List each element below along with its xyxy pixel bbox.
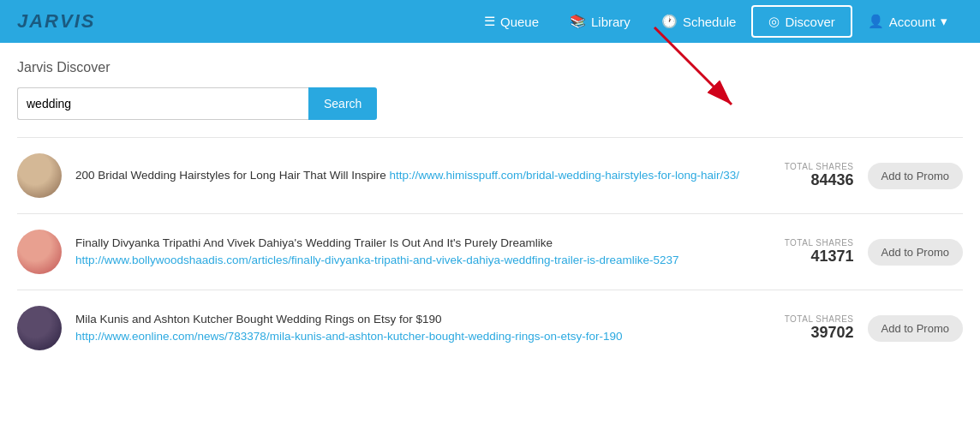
- library-icon: 📚: [570, 14, 586, 29]
- shares-block: TOTAL SHARES 84436: [785, 162, 854, 189]
- shares-block: TOTAL SHARES 41371: [785, 238, 854, 266]
- search-input[interactable]: [17, 87, 308, 120]
- nav-schedule[interactable]: 🕐 Schedule: [646, 0, 752, 43]
- result-title: Mila Kunis and Ashton Kutcher Bought Wed…: [75, 313, 442, 326]
- result-title: Finally Divyanka Tripathi And Vivek Dahi…: [75, 236, 553, 249]
- shares-count: 41371: [785, 248, 854, 266]
- add-to-promo-button[interactable]: Add to Promo: [868, 239, 964, 266]
- result-right: TOTAL SHARES 39702 Add to Promo: [785, 314, 963, 342]
- add-to-promo-button[interactable]: Add to Promo: [868, 315, 964, 342]
- result-content: 200 Bridal Wedding Hairstyles for Long H…: [75, 167, 771, 184]
- result-content: Finally Divyanka Tripathi And Vivek Dahi…: [75, 235, 771, 270]
- result-text: 200 Bridal Wedding Hairstyles for Long H…: [75, 169, 739, 182]
- queue-icon: ☰: [484, 14, 495, 29]
- shares-block: TOTAL SHARES 39702: [785, 314, 854, 342]
- result-right: TOTAL SHARES 84436 Add to Promo: [785, 162, 963, 189]
- header: JARVIS ☰ Queue 📚 Library 🕐 Schedule ◎ Di…: [0, 0, 980, 43]
- nav-discover[interactable]: ◎ Discover: [751, 5, 852, 38]
- result-text: Mila Kunis and Ashton Kutcher Bought Wed…: [75, 313, 623, 343]
- add-to-promo-button[interactable]: Add to Promo: [868, 163, 964, 189]
- schedule-icon: 🕐: [661, 14, 678, 29]
- nav-account-label: Account: [889, 15, 935, 29]
- nav-library-label: Library: [591, 15, 630, 29]
- result-right: TOTAL SHARES 41371 Add to Promo: [785, 238, 963, 266]
- nav-queue-label: Queue: [500, 15, 539, 29]
- discover-icon: ◎: [768, 14, 780, 29]
- logo: JARVIS: [17, 10, 95, 33]
- chevron-down-icon: ▾: [941, 14, 947, 29]
- result-url[interactable]: http://www.eonline.com/news/783378/mila-…: [75, 330, 623, 343]
- shares-label: TOTAL SHARES: [785, 314, 854, 324]
- result-title: 200 Bridal Wedding Hairstyles for Long H…: [75, 169, 386, 182]
- result-content: Mila Kunis and Ashton Kutcher Bought Wed…: [75, 311, 771, 346]
- result-text: Finally Divyanka Tripathi And Vivek Dahi…: [75, 236, 679, 266]
- search-button[interactable]: Search: [308, 87, 377, 120]
- search-row: Search: [17, 87, 963, 120]
- nav-account[interactable]: 👤 Account ▾: [852, 0, 963, 43]
- account-icon: 👤: [868, 14, 884, 29]
- avatar: [17, 153, 62, 198]
- nav-schedule-label: Schedule: [683, 15, 737, 29]
- shares-label: TOTAL SHARES: [785, 162, 854, 171]
- shares-count: 84436: [785, 171, 854, 189]
- result-item: Finally Divyanka Tripathi And Vivek Dahi…: [17, 213, 963, 290]
- result-item: Mila Kunis and Ashton Kutcher Bought Wed…: [17, 290, 963, 366]
- result-url[interactable]: http://www.himisspuff.com/bridal-wedding…: [389, 169, 739, 182]
- nav-library[interactable]: 📚 Library: [554, 0, 646, 43]
- main-content: Jarvis Discover Search 200 Bridal Weddin…: [0, 43, 980, 442]
- page-title: Jarvis Discover: [17, 60, 963, 75]
- annotation-container: Search: [17, 87, 963, 120]
- avatar: [17, 230, 62, 274]
- result-item: 200 Bridal Wedding Hairstyles for Long H…: [17, 137, 963, 213]
- shares-count: 39702: [785, 324, 854, 342]
- nav: ☰ Queue 📚 Library 🕐 Schedule ◎ Discover …: [469, 0, 963, 43]
- result-url[interactable]: http://www.bollywoodshaadis.com/articles…: [75, 254, 679, 266]
- nav-queue[interactable]: ☰ Queue: [469, 0, 554, 43]
- avatar: [17, 306, 62, 350]
- shares-label: TOTAL SHARES: [785, 238, 854, 248]
- nav-discover-label: Discover: [785, 15, 834, 29]
